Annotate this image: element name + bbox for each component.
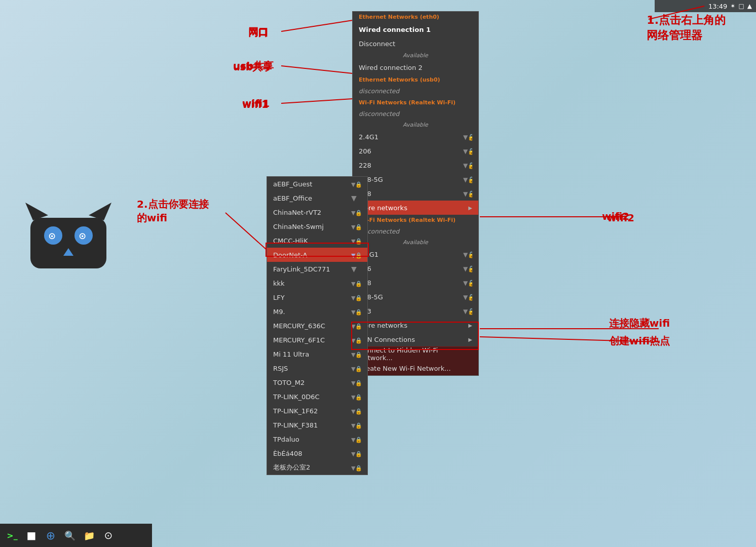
wifi-mercury-636c[interactable]: MERCURY_636C ▼🔒 (267, 319, 367, 333)
browser-taskbar-btn[interactable]: ⊕ (43, 527, 59, 543)
more-networks-1[interactable]: More networks ▶ (353, 201, 478, 215)
wifi-laobangongshi2[interactable]: 老板办公室2 ▼🔒 (267, 460, 367, 475)
wifi-2-4g1-1[interactable]: 2.4G1 ▼🔒 (353, 130, 478, 144)
disconnect-btn[interactable]: Disconnect (353, 36, 478, 51)
topbar: 13:49 ✶ □ ▲ (655, 0, 756, 12)
wifi-aebf-guest[interactable]: aEBF_Guest ▼🔒 (267, 177, 367, 191)
network-icon[interactable]: ▲ (747, 3, 752, 10)
wifi-mi11ultra[interactable]: Mi 11 Ultra ▼🔒 (267, 347, 367, 361)
svg-text:▼🔒: ▼🔒 (351, 379, 361, 386)
wifi-ebea408[interactable]: ÈbÉá408 ▼🔒 (267, 446, 367, 460)
svg-rect-0 (30, 218, 106, 268)
wifi-aebf-office[interactable]: aEBF_Office ▼ (267, 191, 367, 205)
bluetooth-icon[interactable]: ✶ (730, 3, 735, 10)
svg-text:▼🔒: ▼🔒 (463, 162, 472, 169)
wifi-farylink[interactable]: FaryLink_5DC771 ▼ (267, 262, 367, 276)
label-wifi1: wifi1 (242, 99, 268, 110)
svg-marker-1 (25, 203, 48, 220)
svg-text:▼🔒: ▼🔒 (463, 133, 472, 141)
wifi-lfy[interactable]: LFY ▼🔒 (267, 290, 367, 304)
svg-text:▼🔒: ▼🔒 (351, 365, 361, 372)
settings-taskbar-btn[interactable]: ⊙ (100, 527, 117, 543)
wifi-tplink-f381[interactable]: TP-LINK_F381 ▼🔒 (267, 418, 367, 432)
svg-line-43 (225, 213, 267, 250)
wifi-206-1[interactable]: 206 ▼🔒 (353, 144, 478, 158)
wifi-cmcc-hlik[interactable]: CMCC-HliK ▼🔒 (267, 233, 367, 248)
svg-text:▼🔒: ▼🔒 (463, 147, 472, 155)
cat-logo: ⊙ ⊙ (20, 198, 117, 274)
search-taskbar-btn[interactable]: 🔍 (62, 527, 78, 543)
wifi-228-5g-1[interactable]: 228-5G ▼🔒 (353, 172, 478, 186)
svg-text:▼🔒: ▼🔒 (351, 223, 361, 230)
svg-text:▼🔒: ▼🔒 (351, 308, 361, 316)
wifi-mercury-6f1c[interactable]: MERCURY_6F1C ▼🔒 (267, 333, 367, 347)
svg-text:▼🔒: ▼🔒 (351, 280, 361, 287)
connect-hidden-wifi-btn[interactable]: Connect to Hidden Wi-Fi Network... (353, 347, 478, 361)
svg-text:▼🔒: ▼🔒 (351, 337, 361, 344)
svg-line-39 (281, 20, 353, 31)
wifi-228-1[interactable]: 228 ▼🔒 (353, 158, 478, 172)
vpn-connections[interactable]: VPN Connections ▶ (353, 332, 478, 346)
svg-text:▼🔒: ▼🔒 (463, 251, 472, 258)
svg-text:▼🔒: ▼🔒 (351, 351, 361, 358)
label-wifi2: wifi2 (607, 212, 634, 224)
annotation-create-hotspot: 创建wifi热点 (609, 334, 670, 348)
svg-line-40 (281, 66, 353, 73)
available-label-3: Available (353, 238, 478, 247)
topbar-time: 13:49 (708, 3, 727, 10)
wifi-tpdaluo[interactable]: TPdaluo ▼🔒 (267, 432, 367, 446)
svg-text:▼🔒: ▼🔒 (351, 181, 361, 188)
available-label-2: Available (353, 120, 478, 130)
wifi-doornet-a[interactable]: DoorNet-A ▼🔒 (267, 248, 367, 262)
svg-line-41 (281, 99, 353, 103)
svg-text:⊙: ⊙ (79, 230, 86, 241)
more-networks-submenu: aEBF_Guest ▼🔒 aEBF_Office ▼ ChinaNet-rVT… (267, 176, 368, 475)
wifi-toto-m2[interactable]: TOTO_M2 ▼🔒 (267, 375, 367, 389)
svg-text:▼🔒: ▼🔒 (463, 190, 472, 198)
svg-text:▼🔒: ▼🔒 (351, 450, 361, 457)
wifi-rsjs[interactable]: RSJS ▼🔒 (267, 361, 367, 375)
wifi-tplink-1f62[interactable]: TP-LINK_1F62 ▼🔒 (267, 404, 367, 418)
wifi-2-4g1-2[interactable]: 2.4G1 ▼🔒 (353, 247, 478, 261)
network-menu-right: Ethernet Networks (eth0) Wired connectio… (352, 11, 479, 376)
svg-marker-2 (89, 203, 111, 220)
wired-connection-2[interactable]: Wired connection 2 (353, 60, 478, 74)
svg-text:▼🔒: ▼🔒 (351, 323, 361, 330)
wifi1-disconnected: disconnected (353, 108, 478, 120)
wifi2-header: Wi-Fi Networks (Realtek Wi-Fi) (353, 215, 478, 225)
available-label-1: Available (353, 51, 478, 60)
label-usb: usb共享 (233, 61, 272, 74)
wifi-tplink-0d6c[interactable]: TP-LINK_0D6C ▼🔒 (267, 389, 367, 404)
wifi-chinanet-swmj[interactable]: ChinaNet-Swmj ▼🔒 (267, 219, 367, 233)
terminal-taskbar-btn[interactable]: >_ (4, 527, 20, 543)
svg-text:▼🔒: ▼🔒 (351, 422, 361, 429)
eth0-header: Ethernet Networks (eth0) (353, 12, 478, 22)
wifi-206-2[interactable]: 206 ▼🔒 (353, 261, 478, 276)
label-wangkou: 网口 (248, 26, 268, 40)
svg-text:▼: ▼ (351, 265, 357, 273)
wifi-303[interactable]: 303 ▼🔒 (353, 304, 478, 318)
battery-icon: □ (738, 3, 744, 10)
svg-text:⊙: ⊙ (48, 230, 56, 241)
svg-text:▼🔒: ▼🔒 (351, 238, 361, 245)
wifi-chinanet-rvt2[interactable]: ChinaNet-rVT2 ▼🔒 (267, 205, 367, 219)
files-taskbar-btn[interactable]: ■ (23, 527, 40, 543)
annotation-connect-hidden: 连接隐藏wifi (609, 317, 670, 330)
create-new-wifi-btn[interactable]: Create New Wi-Fi Network... (353, 361, 478, 375)
wired-connection-1[interactable]: Wired connection 1 (353, 22, 478, 36)
wifi1-header: Wi-Fi Networks (Realtek Wi-Fi) (353, 97, 478, 108)
folder-taskbar-btn[interactable]: 📁 (81, 527, 97, 543)
wifi-228-5g-2[interactable]: 228-5G ▼🔒 (353, 290, 478, 304)
wifi-m9[interactable]: M9. ▼🔒 (267, 304, 367, 319)
more-networks-2[interactable]: More networks ▶ (353, 318, 478, 332)
svg-text:▼🔒: ▼🔒 (351, 464, 361, 472)
wifi2-disconnected: disconnected (353, 225, 478, 238)
svg-text:▼: ▼ (351, 194, 357, 202)
wifi-228-2[interactable]: 228 ▼🔒 (353, 276, 478, 290)
wifi-kkk[interactable]: kkk ▼🔒 (267, 276, 367, 290)
wifi-888[interactable]: 888 ▼🔒 (353, 186, 478, 201)
svg-text:▼🔒: ▼🔒 (463, 279, 472, 287)
svg-text:▼🔒: ▼🔒 (463, 307, 472, 315)
annotation-click-wifi: 2.点击你要连接的wifi (137, 198, 209, 225)
desktop: 13:49 ✶ □ ▲ ⊙ ⊙ 1.点击右上角的网络管理器 网口 usb共享 w… (0, 0, 756, 547)
